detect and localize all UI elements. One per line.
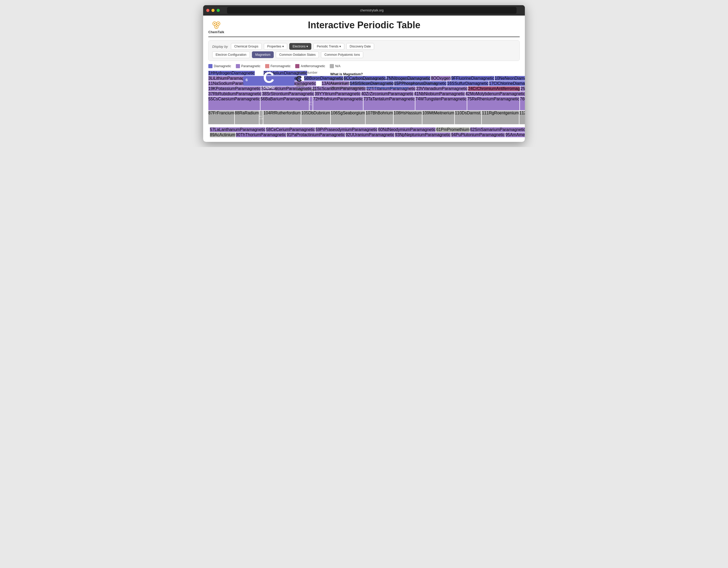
element-rg[interactable]: 111RgRoentgenium <box>482 111 519 124</box>
element-hf[interactable]: 72HfHafniumParamagnetic <box>313 97 363 110</box>
element-pm[interactable]: 61PmPromethium <box>436 127 469 132</box>
periodic-table: 1HHydrogenDiamagnetic2HeHeliumDiamagneti… <box>208 71 520 137</box>
element-u[interactable]: 92UUraniumParamagnetic <box>346 133 395 137</box>
legend-paramagnetic: Paramagnetic <box>236 64 260 68</box>
element-np[interactable]: 93NpNeptuniumParamagnetic <box>395 133 450 137</box>
lanthanide-row: 57LaLanthanumParamagnetic58CeCeriumParam… <box>208 127 520 132</box>
logo-icon <box>210 20 223 30</box>
element-ra[interactable]: 88RaRadium <box>235 111 259 124</box>
element-ds[interactable]: 110DsDarmst. <box>455 111 481 124</box>
element-f[interactable]: 9FFluorineDiamagnetic <box>451 76 494 81</box>
element-h[interactable]: 1HHydrogenDiamagnetic <box>208 71 255 76</box>
legend-diamagnetic: Diamagnetic <box>208 64 231 68</box>
actinide-ref: 89-103 <box>259 111 263 124</box>
svg-point-4 <box>217 23 219 24</box>
page: ChemTalk Interactive Periodic Table Disp… <box>203 16 525 142</box>
element-sm[interactable]: 62SmSamariumParamagnetic <box>470 127 525 132</box>
minimize-button[interactable] <box>211 9 215 12</box>
polyatomic-ions-button[interactable]: Common Polyatomic Ions <box>321 51 363 58</box>
lanthanide-gap <box>208 125 520 127</box>
electron-config-button[interactable]: Electron Configuration <box>212 51 250 58</box>
paramagnetic-color <box>236 64 240 68</box>
na-label: N/A <box>335 64 340 68</box>
element-rf[interactable]: 104RfRutherfordium <box>263 111 301 124</box>
element-mt[interactable]: 109MtMeitnerium <box>422 111 455 124</box>
element-hs[interactable]: 108HsHassium <box>394 111 422 124</box>
element-ac[interactable]: 89AcActinium <box>210 133 235 137</box>
element-ne[interactable]: 10NeNeonDiamagnetic <box>495 76 525 81</box>
element-re[interactable]: 75ReRheniumParamagnetic <box>467 97 519 110</box>
maximize-button[interactable] <box>217 9 220 12</box>
antiferromagnetic-label: Antiferromagnetic <box>301 64 325 68</box>
browser-content: ChemTalk Interactive Periodic Table Disp… <box>203 16 525 142</box>
element-mn[interactable]: 25MnManganeseParamagnetic <box>520 86 525 91</box>
learn-more-link[interactable]: Learn more about magnetism here! <box>366 86 408 89</box>
svg-point-5 <box>216 26 217 28</box>
element-ta[interactable]: 73TaTantalumParamagnetic <box>363 97 415 110</box>
page-header: ChemTalk Interactive Periodic Table <box>208 20 520 37</box>
element-y[interactable]: 39YYttriumParamagnetic <box>315 92 361 96</box>
address-bar[interactable]: chemistrytalk.org <box>227 7 517 14</box>
browser-titlebar: chemistrytalk.org <box>203 5 525 16</box>
element-fr[interactable]: 87FrFrancium <box>208 111 234 124</box>
paramagnetic-label: Paramagnetic <box>241 64 260 68</box>
legend-ferromagnetic: Ferromagnetic <box>265 64 291 68</box>
element-cl[interactable]: 17ClChlorineDiamagnetic <box>489 81 525 86</box>
logo-text: ChemTalk <box>208 30 224 34</box>
element-pr[interactable]: 59PrPraseodymiumParamagnetic <box>315 127 377 132</box>
ferromagnetic-label: Ferromagnetic <box>271 64 291 68</box>
element-cn[interactable]: 112CnCopernicium <box>519 111 525 124</box>
element-cr[interactable]: 24CrChromiumAntiferromag <box>468 86 520 91</box>
legend-na: N/A <box>330 64 340 68</box>
chemical-groups-button[interactable]: Chemical Groups <box>231 43 262 50</box>
element-th[interactable]: 90ThThoriumParamagnetic <box>236 133 286 137</box>
element-nd[interactable]: 60NdNeodymiumParamagnetic <box>378 127 436 132</box>
pt-row-7: 87FrFrancium88RaRadium89-103104RfRutherf… <box>208 111 520 124</box>
element-am[interactable]: 95AmAmericiumParamagnetic <box>505 133 525 137</box>
actinide-row: 89AcActinium90ThThoriumParamagnetic91PaP… <box>208 133 520 137</box>
element-pa[interactable]: 91PaProtactiniumParamagnetic <box>287 133 345 137</box>
electrons-button[interactable]: Electrons <box>289 43 311 50</box>
legend-antiferromagnetic: Antiferromagnetic <box>295 64 325 68</box>
element-bh[interactable]: 107BhBohrium <box>366 111 393 124</box>
element-zr[interactable]: 40ZrZirconiumParamagnetic <box>361 92 414 96</box>
diamagnetic-label: Diamagnetic <box>214 64 231 68</box>
toolbar-row-2: Electron Configuration Magnetism Common … <box>212 51 516 58</box>
page-title: Interactive Periodic Table <box>224 20 504 31</box>
element-cs[interactable]: 55CsCaesiumParamagnetic <box>208 97 260 110</box>
display-toolbar: Display by Chemical Groups Properties El… <box>208 40 520 61</box>
legend: Diamagnetic Paramagnetic Ferromagnetic A… <box>208 64 520 68</box>
element-sr[interactable]: 38SrStrontiumParamagnetic <box>262 92 314 96</box>
element-sg[interactable]: 106SgSeaborgium <box>331 111 365 124</box>
discovery-date-button[interactable]: Discovery Date <box>346 43 374 50</box>
element-w[interactable]: 74WTungstenParamagnetic <box>415 97 467 110</box>
element-os[interactable]: 76OsOsmiumParamagnetic <box>520 97 525 110</box>
lanthanide-ref: 57-71 <box>310 97 313 110</box>
element-la[interactable]: 57LaLanthanumParamagnetic <box>210 127 265 132</box>
info-description-panel: What is Magnetism? In chemistry, we obse… <box>330 70 441 92</box>
element-db[interactable]: 105DbDubnium <box>301 111 330 124</box>
toolbar-row-1: Display by Chemical Groups Properties El… <box>212 43 516 50</box>
display-by-label: Display by <box>212 45 228 49</box>
element-pu[interactable]: 94PuPlutoniumParamagnetic <box>451 133 505 137</box>
url-text: chemistrytalk.org <box>360 9 384 12</box>
element-s[interactable]: 16SSulfurDiamagnetic <box>447 81 488 86</box>
logo-area: ChemTalk <box>208 20 224 34</box>
diamagnetic-color <box>208 64 212 68</box>
element-nb[interactable]: 41NbNiobiumParamagnetic <box>414 92 465 96</box>
element-info-details: Atomic Number C Name Magnetic Type <box>296 71 327 91</box>
element-mo[interactable]: 42MoMolybdenumParamagnetic <box>465 92 525 96</box>
element-rb[interactable]: 37RbRubidiumParamagnetic <box>208 92 262 96</box>
periodic-trends-button[interactable]: Periodic Trends <box>313 43 344 50</box>
element-ba[interactable]: 56BaBariumParamagnetic <box>260 97 309 110</box>
antiferromagnetic-color <box>295 64 299 68</box>
common-oxidation-button[interactable]: Common Oxidation States <box>276 51 319 58</box>
magnetism-button[interactable]: Magnetism <box>252 51 274 58</box>
properties-button[interactable]: Properties <box>264 43 287 50</box>
selected-element-visual[interactable]: 6 C Carbon Diamagnetic <box>243 76 294 86</box>
browser-window: chemistrytalk.org <box>203 5 525 142</box>
element-ce[interactable]: 58CeCeriumParamagnetic <box>266 127 315 132</box>
close-button[interactable] <box>206 9 209 12</box>
rows-2-4-container: 3LiLithiumParamagnetic4BeBerylliumDiamag… <box>208 76 520 86</box>
element-k[interactable]: 19KPotassiumParamagnetic <box>208 86 261 91</box>
